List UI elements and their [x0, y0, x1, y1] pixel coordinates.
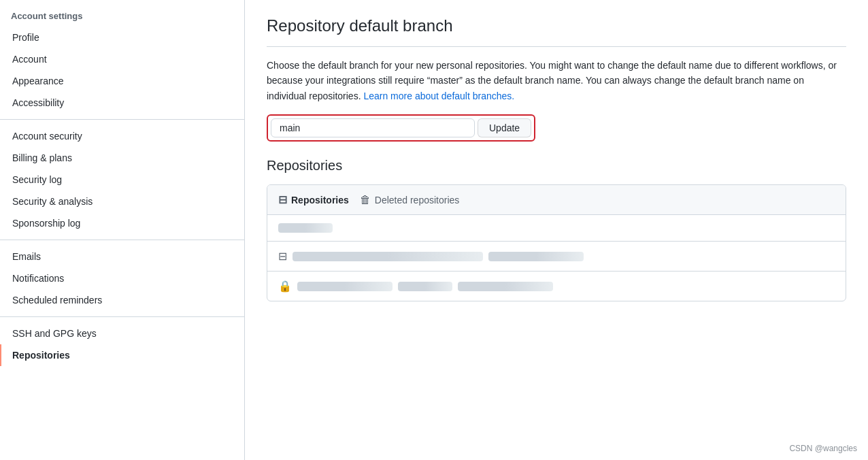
sidebar-item-profile[interactable]: Profile — [0, 27, 244, 48]
description: Choose the default branch for your new p… — [267, 58, 846, 103]
repositories-card: ⊟ Repositories 🗑 Deleted repositories ⊟ … — [267, 184, 846, 301]
repo-name-3c — [458, 282, 553, 291]
sidebar-divider-1 — [0, 119, 244, 120]
update-button[interactable]: Update — [478, 118, 531, 137]
repo-name-2b — [488, 252, 584, 261]
sidebar: Account settings Profile Account Appeara… — [0, 0, 245, 460]
repositories-section-title: Repositories — [267, 158, 846, 174]
tab-repositories-label: Repositories — [291, 195, 349, 206]
repo-name-2 — [293, 252, 483, 261]
repo-name-1 — [278, 223, 333, 233]
sidebar-item-accessibility[interactable]: Accessibility — [0, 92, 244, 114]
page-title: Repository default branch — [267, 16, 846, 47]
sidebar-divider-3 — [0, 316, 244, 317]
sidebar-item-security-log[interactable]: Security log — [0, 169, 244, 191]
sidebar-item-appearance[interactable]: Appearance — [0, 70, 244, 92]
repo-name-3 — [297, 282, 393, 291]
sidebar-item-repositories[interactable]: Repositories — [0, 344, 244, 366]
sidebar-item-billing-plans[interactable]: Billing & plans — [0, 147, 244, 169]
lock-icon: 🔒 — [278, 280, 292, 293]
main-content: Repository default branch Choose the def… — [245, 0, 868, 460]
watermark: CSDN @wangcles — [789, 444, 857, 453]
tab-repositories[interactable]: ⊟ Repositories — [278, 191, 349, 209]
branch-input[interactable] — [271, 118, 475, 137]
tab-deleted-repositories[interactable]: 🗑 Deleted repositories — [360, 191, 460, 209]
sidebar-item-notifications[interactable]: Notifications — [0, 267, 244, 289]
sidebar-header: Account settings — [0, 5, 244, 27]
repo-item-3: 🔒 — [267, 272, 846, 301]
sidebar-item-account[interactable]: Account — [0, 48, 244, 70]
repo-icon: ⊟ — [278, 193, 287, 206]
repos-tabs: ⊟ Repositories 🗑 Deleted repositories — [267, 185, 846, 215]
tab-deleted-repositories-label: Deleted repositories — [375, 195, 460, 206]
repo-list: ⊟ 🔒 — [267, 215, 846, 301]
sidebar-item-sponsorship-log[interactable]: Sponsorship log — [0, 212, 244, 234]
repo-item-2: ⊟ — [267, 242, 846, 272]
description-text: Choose the default branch for your new p… — [267, 60, 837, 101]
sidebar-divider-2 — [0, 240, 244, 240]
sidebar-item-emails[interactable]: Emails — [0, 246, 244, 267]
sidebar-item-account-security[interactable]: Account security — [0, 125, 244, 147]
learn-more-link[interactable]: Learn more about default branches. — [363, 91, 514, 101]
repo-item-1 — [267, 215, 846, 242]
sidebar-item-security-analysis[interactable]: Security & analysis — [0, 191, 244, 212]
repo-icon-2: ⊟ — [278, 250, 287, 263]
sidebar-item-ssh-gpg-keys[interactable]: SSH and GPG keys — [0, 323, 244, 344]
repo-name-3b — [398, 282, 452, 291]
sidebar-item-scheduled-reminders[interactable]: Scheduled reminders — [0, 289, 244, 311]
trash-icon: 🗑 — [360, 194, 371, 206]
branch-default-box: Update — [267, 114, 535, 142]
